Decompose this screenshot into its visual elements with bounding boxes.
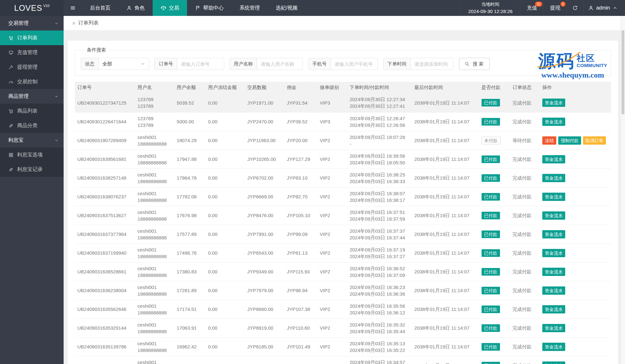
actions: 冻结强制付款取消订单 — [540, 131, 611, 150]
hamburger-icon — [70, 5, 76, 11]
caret-up-icon — [612, 5, 618, 11]
force-pay-button[interactable]: 强制付款 — [558, 136, 581, 145]
funds-flow-button[interactable]: 资金流水 — [542, 118, 565, 126]
order-time-label: 下单时间 — [384, 58, 411, 70]
refresh-button[interactable] — [566, 0, 583, 16]
user-frozen-amount: 0.00 — [205, 356, 245, 364]
funds-flow-button[interactable]: 资金流水 — [542, 343, 565, 351]
order-number: UB2409031635329144 — [75, 319, 135, 337]
user-frozen-amount: 0.00 — [205, 150, 245, 168]
top-nav-item[interactable]: 角色 — [118, 0, 153, 16]
last-pay-time: 2038年01月19日 11:14:07 — [412, 168, 479, 187]
funds-flow-button[interactable]: 资金流水 — [542, 99, 565, 107]
vip-level: VIP2 — [317, 262, 347, 281]
order-status: 完成付款 — [510, 300, 540, 319]
last-pay-time: 2038年01月19日 11:14:07 — [412, 262, 479, 281]
phone-input[interactable] — [331, 58, 378, 70]
sidebar-item[interactable]: 交易控制 — [0, 74, 64, 89]
vip-level: VIP3 — [317, 93, 347, 112]
trade-amount: JYP8919.00 — [245, 319, 284, 337]
vertical-scrollbar[interactable] — [621, 16, 625, 364]
recharge-button[interactable]: 充值32 — [520, 0, 543, 16]
funds-flow-button[interactable]: 资金流水 — [542, 174, 565, 182]
trade-amount: JYP6669.00 — [245, 187, 284, 206]
order-number: UB2409031637377964 — [75, 225, 135, 244]
order-pay-time: 2024年09月03日 16:35:562024年09月03日 16:36:12 — [347, 300, 412, 319]
search-legend: 条件搜索 — [84, 47, 109, 53]
user-balance: 17947.88 — [174, 150, 206, 168]
table-row: UB2409031636528661ceshi00118888888888173… — [75, 262, 611, 281]
phone-filter: 手机号 — [308, 58, 378, 70]
sidebar: 交易管理订单列表充值管理提现管理交易控制商品管理商品列表商品分类利息宝利息宝选项… — [0, 16, 64, 364]
funds-flow-button[interactable]: 资金流水 — [542, 155, 565, 163]
actions: 资金流水 — [540, 281, 611, 300]
top-nav-item[interactable]: 交易 — [153, 0, 187, 16]
user-name: ceshi00118888888888 — [135, 262, 174, 281]
sidebar-group-title[interactable]: 商品管理 — [0, 89, 64, 104]
funds-flow-button[interactable]: 资金流水 — [542, 211, 565, 220]
pay-status: 已付款 — [479, 319, 510, 337]
trade-amount: JYP8476.00 — [245, 206, 284, 225]
funds-flow-button[interactable]: 资金流水 — [542, 268, 565, 276]
search-icon — [464, 61, 470, 67]
sidebar-item[interactable]: 商品分类 — [0, 118, 64, 133]
cancel-order-button[interactable]: 取消订单 — [583, 136, 606, 145]
sidebar-item[interactable]: 提现管理 — [0, 60, 64, 74]
freeze-button[interactable]: 冻结 — [542, 136, 556, 145]
trade-amount: JYP6702.00 — [245, 168, 284, 187]
admin-menu[interactable]: admin — [583, 0, 625, 16]
sidebar-item[interactable]: 商品列表 — [0, 104, 64, 118]
order-number: UB2409031636528661 — [75, 262, 135, 281]
table-row: UB2409031635139786ceshi00118888888888169… — [75, 337, 611, 356]
funds-flow-button[interactable]: 资金流水 — [542, 305, 565, 313]
funds-flow-button[interactable]: 资金流水 — [542, 324, 565, 332]
order-number: UB2409031639561681 — [75, 150, 135, 168]
status-filter: 状态 全部 — [81, 58, 149, 70]
pay-status: 已付款 — [479, 112, 510, 131]
actions: 资金流水 — [540, 112, 611, 131]
phone-label: 手机号 — [309, 58, 331, 70]
order-pay-time: 2024年09月30日 12:26:472024年09月30日 12:26:56 — [347, 112, 412, 131]
funds-flow-button[interactable]: 资金流水 — [542, 286, 565, 295]
user-name: 123789123789 — [135, 93, 174, 112]
trade-amount: JYP10265.00 — [245, 150, 284, 168]
sidebar-item[interactable]: 订单列表 — [0, 31, 64, 45]
order-number: UB2409031636238004 — [75, 281, 135, 300]
sidebar-group-label: 利息宝 — [8, 137, 24, 144]
vip-level: VIP2 — [317, 356, 347, 364]
user-balance: 18074.29 — [174, 131, 206, 150]
search-button[interactable]: 搜索 — [459, 58, 490, 70]
breadcrumb: » 订单列表 — [64, 16, 621, 30]
funds-flow-button[interactable]: 资金流水 — [542, 230, 565, 238]
orders-table: 订单号用户名用户余额用户冻结金额交易数额佣金做单级别下单时间/付款时间最后付款时… — [75, 82, 611, 364]
sidebar-group-title[interactable]: 交易管理 — [0, 16, 64, 31]
sidebar-item[interactable]: 充值管理 — [0, 45, 64, 60]
user-name-input[interactable] — [257, 58, 302, 70]
order-time-input[interactable] — [411, 58, 453, 70]
funds-flow-button[interactable]: 资金流水 — [542, 249, 565, 257]
user-name: 123789123789 — [135, 112, 174, 131]
menu-toggle-button[interactable] — [64, 0, 82, 16]
sidebar-item[interactable]: 利息宝记录 — [0, 162, 64, 177]
local-time-label: 当地时间 — [482, 1, 499, 8]
top-nav-item[interactable]: 选妃/视频 — [268, 0, 305, 16]
top-nav-item[interactable]: 系统管理 — [232, 0, 268, 16]
scrollbar-thumb[interactable] — [622, 30, 624, 114]
sidebar-group-title[interactable]: 利息宝 — [0, 133, 64, 148]
status-select[interactable]: 全部 — [99, 58, 149, 70]
funds-flow-button[interactable]: 资金流水 — [542, 193, 565, 201]
sidebar-item[interactable]: 利息宝选项 — [0, 148, 64, 162]
top-nav-label: 后台首页 — [90, 5, 110, 11]
withdraw-button[interactable]: 提现0 — [543, 0, 566, 16]
funds-flow-button[interactable]: 资金流水 — [542, 361, 565, 364]
order-no-input[interactable] — [177, 58, 224, 70]
order-pay-time: 2024年09月03日 16:35:322024年09月03日 16:35:44 — [347, 319, 412, 337]
user-icon — [588, 5, 594, 11]
last-pay-time: 2038年01月19日 11:14:07 — [412, 300, 479, 319]
order-no-filter: 订单号 — [155, 58, 224, 70]
last-pay-time: 2038年01月19日 11:14:07 — [412, 93, 479, 112]
pay-status: 已付款 — [479, 150, 510, 168]
top-nav-item[interactable]: 帮助中心 — [187, 0, 232, 16]
breadcrumb-arrow-icon: » — [72, 20, 75, 26]
top-nav-item[interactable]: 后台首页 — [82, 0, 118, 16]
